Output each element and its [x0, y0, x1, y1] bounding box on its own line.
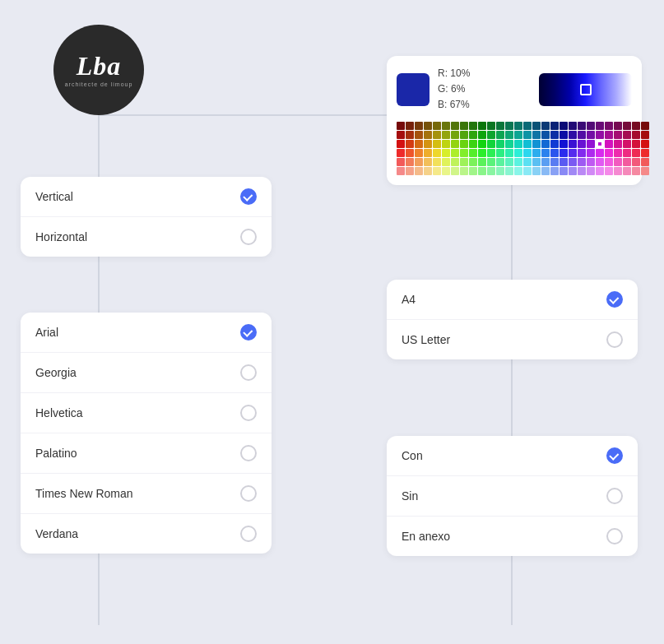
- color-cell[interactable]: [397, 149, 405, 157]
- color-cell[interactable]: [406, 158, 414, 166]
- font-palatino-radio[interactable]: [240, 445, 257, 461]
- color-cell[interactable]: [469, 140, 477, 148]
- color-cell[interactable]: [578, 167, 586, 175]
- color-cell[interactable]: [469, 167, 477, 175]
- orientation-vertical-row[interactable]: Vertical: [21, 177, 272, 217]
- font-helvetica-radio[interactable]: [240, 405, 257, 421]
- color-cell[interactable]: [523, 167, 532, 175]
- color-cell[interactable]: [469, 149, 477, 157]
- color-cell[interactable]: [505, 149, 513, 157]
- color-cell[interactable]: [505, 158, 513, 166]
- color-cell[interactable]: [460, 131, 468, 139]
- color-cell[interactable]: [541, 158, 550, 166]
- color-cell[interactable]: [514, 140, 522, 148]
- color-cell[interactable]: [587, 140, 595, 148]
- color-cell[interactable]: [632, 158, 640, 166]
- color-cell[interactable]: [623, 167, 631, 175]
- color-cell[interactable]: [451, 122, 459, 130]
- color-cell[interactable]: [523, 140, 532, 148]
- color-cell[interactable]: [587, 167, 595, 175]
- toc-enanexo-row[interactable]: En anexo: [387, 517, 638, 556]
- toc-enanexo-radio[interactable]: [606, 528, 623, 544]
- color-cell[interactable]: [487, 131, 495, 139]
- color-cell[interactable]: [442, 149, 450, 157]
- color-cell[interactable]: [550, 167, 559, 175]
- color-cell[interactable]: [496, 131, 504, 139]
- color-cell[interactable]: [442, 131, 450, 139]
- color-cell[interactable]: [605, 131, 613, 139]
- color-cell[interactable]: [424, 122, 432, 130]
- color-cell[interactable]: [496, 140, 504, 148]
- color-cell[interactable]: [487, 140, 495, 148]
- color-cell[interactable]: [632, 140, 640, 148]
- color-cell[interactable]: [487, 122, 495, 130]
- color-cell[interactable]: [496, 149, 504, 157]
- color-cell[interactable]: [578, 122, 586, 130]
- color-cell[interactable]: [442, 122, 450, 130]
- toc-sin-row[interactable]: Sin: [387, 476, 638, 517]
- color-cell[interactable]: [532, 149, 541, 157]
- color-cell[interactable]: [523, 149, 532, 157]
- color-cell[interactable]: [569, 149, 577, 157]
- toc-con-row[interactable]: Con: [387, 436, 638, 476]
- color-cell[interactable]: [614, 140, 622, 148]
- color-cell[interactable]: [505, 131, 513, 139]
- color-cell[interactable]: [514, 167, 522, 175]
- color-cell[interactable]: [560, 167, 568, 175]
- color-cell[interactable]: [487, 167, 495, 175]
- color-cell[interactable]: [623, 158, 631, 166]
- color-cell[interactable]: [514, 122, 522, 130]
- color-cell[interactable]: [596, 149, 604, 157]
- color-cell[interactable]: [596, 140, 604, 148]
- color-cell[interactable]: [460, 158, 468, 166]
- color-cell[interactable]: [397, 122, 405, 130]
- color-cell[interactable]: [487, 158, 495, 166]
- color-cell[interactable]: [532, 167, 541, 175]
- color-cell[interactable]: [532, 122, 541, 130]
- color-cell[interactable]: [641, 149, 649, 157]
- color-cell[interactable]: [397, 167, 405, 175]
- color-cell[interactable]: [550, 122, 559, 130]
- color-cell[interactable]: [641, 140, 649, 148]
- font-verdana-row[interactable]: Verdana: [21, 514, 272, 554]
- color-cell[interactable]: [596, 131, 604, 139]
- color-cell[interactable]: [605, 140, 613, 148]
- color-cell[interactable]: [469, 122, 477, 130]
- font-georgia-row[interactable]: Georgia: [21, 353, 272, 393]
- color-cell[interactable]: [460, 140, 468, 148]
- color-cell[interactable]: [623, 122, 631, 130]
- color-cell[interactable]: [614, 122, 622, 130]
- color-cell[interactable]: [397, 158, 405, 166]
- color-cell[interactable]: [424, 149, 432, 157]
- color-cell[interactable]: [569, 158, 577, 166]
- color-cell[interactable]: [641, 131, 649, 139]
- color-cell[interactable]: [424, 131, 432, 139]
- color-cell[interactable]: [614, 149, 622, 157]
- color-cell[interactable]: [541, 140, 550, 148]
- color-cell[interactable]: [550, 140, 559, 148]
- color-cell[interactable]: [605, 149, 613, 157]
- color-cell[interactable]: [541, 149, 550, 157]
- color-cell[interactable]: [505, 167, 513, 175]
- font-helvetica-row[interactable]: Helvetica: [21, 393, 272, 433]
- color-cell[interactable]: [514, 131, 522, 139]
- color-cell[interactable]: [550, 149, 559, 157]
- color-cell[interactable]: [596, 158, 604, 166]
- color-cell[interactable]: [560, 158, 568, 166]
- color-cell[interactable]: [623, 140, 631, 148]
- color-cell[interactable]: [514, 149, 522, 157]
- toc-con-radio[interactable]: [606, 447, 623, 464]
- orientation-vertical-radio[interactable]: [240, 188, 257, 205]
- color-cell[interactable]: [523, 122, 532, 130]
- paper-a4-radio[interactable]: [606, 291, 623, 308]
- color-cell[interactable]: [605, 122, 613, 130]
- color-cell[interactable]: [641, 167, 649, 175]
- toc-sin-radio[interactable]: [606, 488, 623, 504]
- orientation-horizontal-row[interactable]: Horizontal: [21, 217, 272, 257]
- color-cell[interactable]: [514, 158, 522, 166]
- color-cell[interactable]: [406, 131, 414, 139]
- color-cell[interactable]: [596, 167, 604, 175]
- color-cell[interactable]: [541, 131, 550, 139]
- color-cell[interactable]: [505, 140, 513, 148]
- color-bar-container[interactable]: [539, 73, 632, 106]
